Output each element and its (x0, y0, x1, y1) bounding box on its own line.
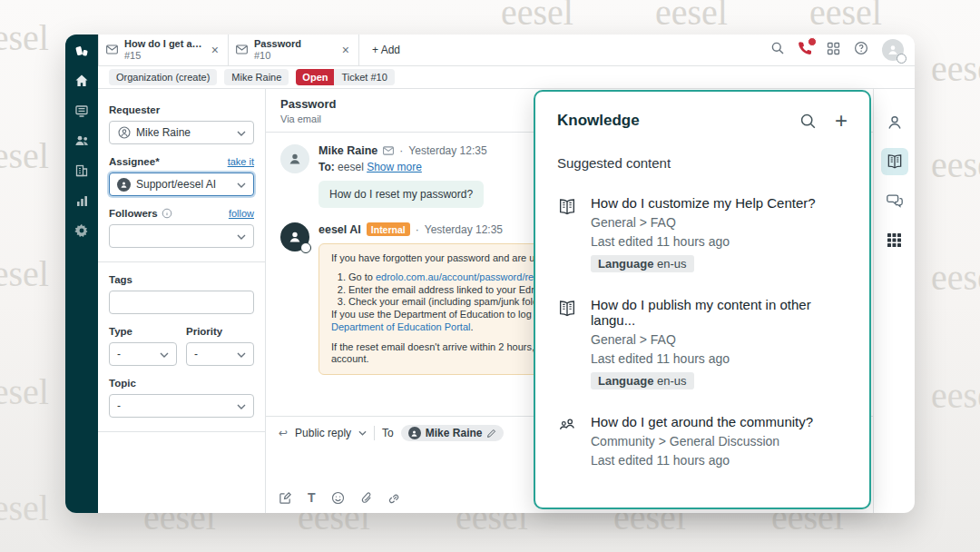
watermark: eesel (0, 370, 49, 413)
home-icon[interactable] (74, 73, 90, 89)
chevron-down-icon (237, 399, 246, 412)
article-edited: Last edited 11 hours ago (591, 234, 816, 249)
assignee-avatar (117, 178, 131, 192)
customers-icon[interactable] (74, 133, 90, 149)
ticket-tab-10[interactable]: Password #10 × (229, 34, 359, 65)
breadcrumb-organization[interactable]: Organization (create) (109, 69, 217, 85)
knowledge-item[interactable]: How do I customize my Help Center? Gener… (557, 195, 848, 272)
breadcrumb-requester[interactable]: Mike Raine (224, 69, 289, 85)
follow-link[interactable]: follow (229, 208, 254, 219)
requester-select[interactable]: Mike Raine (109, 121, 254, 144)
divider (98, 261, 265, 262)
dept-portal-link[interactable]: Department of Education Portal (331, 321, 470, 332)
person-icon (117, 126, 131, 140)
reset-url-link[interactable]: edrolo.com.au/account/password/reset/ (376, 271, 550, 282)
email-channel-icon (383, 146, 394, 155)
status-ring-icon (897, 54, 906, 64)
breadcrumb: Organization (create) Mike Raine Open Ti… (98, 65, 915, 89)
email-channel-icon (106, 42, 118, 58)
topic-value: - (117, 399, 121, 412)
language-badge: Language en-us (591, 372, 694, 389)
recipient-name: Mike Raine (426, 427, 483, 439)
apps-icon[interactable] (881, 226, 908, 253)
knowledge-add-icon[interactable]: + (835, 110, 848, 132)
article-title: How do I get around the community? (591, 414, 813, 429)
followers-select[interactable] (109, 224, 254, 248)
watermark: eesel (0, 134, 49, 177)
reply-arrow-icon: ↩ (279, 427, 288, 439)
assignee-label: Assignee* (109, 156, 160, 167)
link-icon[interactable] (388, 491, 402, 505)
views-icon[interactable] (74, 103, 90, 119)
knowledge-panel: Knowledge + Suggested content How do I c… (534, 90, 871, 509)
article-path: General > FAQ (591, 215, 816, 230)
assignee-select[interactable]: Support/eesel AI (109, 172, 254, 196)
tab-ticket-number: #15 (124, 50, 203, 62)
suggested-content-heading: Suggested content (557, 155, 848, 171)
assignee-value: Support/eesel AI (136, 178, 216, 191)
knowledge-item[interactable]: How do I publish my content in other lan… (557, 297, 848, 389)
apps-grid-icon[interactable] (827, 42, 840, 59)
close-tab-icon[interactable]: × (210, 43, 220, 57)
reporting-icon[interactable] (74, 192, 90, 209)
attachment-icon[interactable] (360, 491, 373, 505)
to-label: To (382, 427, 394, 439)
composer-toolbar: T (279, 490, 402, 505)
divider (98, 431, 265, 432)
chevron-down-icon (237, 126, 246, 139)
add-tab-button[interactable]: + Add (359, 34, 413, 65)
text-format-icon[interactable]: T (308, 490, 316, 505)
watermark: eesel (931, 256, 980, 299)
emoji-icon[interactable] (331, 491, 345, 505)
customer-avatar (280, 144, 309, 173)
message-author: Mike Raine (318, 144, 377, 157)
ticket-fields-panel: Requester Mike Raine Assignee* take it S… (98, 89, 266, 513)
article-book-icon (557, 195, 577, 272)
priority-value: - (194, 348, 198, 360)
conversations-icon[interactable] (881, 187, 908, 214)
topic-select[interactable]: - (109, 394, 254, 418)
phone-icon[interactable] (799, 41, 813, 59)
organizations-icon[interactable] (74, 163, 90, 179)
type-select[interactable]: - (109, 342, 177, 366)
show-more-link[interactable]: Show more (367, 161, 422, 173)
admin-gear-icon[interactable] (74, 222, 90, 239)
watermark: eesel (0, 16, 49, 59)
knowledge-book-icon[interactable] (881, 148, 908, 175)
tags-input[interactable] (109, 291, 254, 314)
ticket-tab-15[interactable]: How do I get a ref... #15 × (98, 34, 229, 65)
user-context-icon[interactable] (881, 109, 908, 136)
ticket-number: Ticket #10 (334, 69, 394, 85)
requester-label: Requester (109, 104, 160, 115)
take-it-link[interactable]: take it (228, 156, 254, 167)
article-path: Community > General Discussion (591, 434, 813, 448)
tags-label: Tags (109, 274, 132, 285)
help-icon[interactable] (854, 41, 868, 59)
search-icon[interactable] (770, 41, 785, 59)
topic-label: Topic (109, 378, 136, 389)
tab-ticket-number: #10 (254, 50, 334, 62)
priority-select[interactable]: - (186, 342, 254, 366)
app-window: How do I get a ref... #15 × Password #10… (65, 34, 915, 513)
compose-note-icon[interactable] (279, 491, 292, 505)
knowledge-panel-title: Knowledge (557, 112, 799, 130)
notification-dot (808, 37, 817, 46)
info-icon (162, 208, 172, 219)
requester-value: Mike Raine (136, 126, 191, 139)
customer-message-text: How do I reset my password? (318, 181, 484, 208)
chevron-down-icon (237, 348, 246, 360)
reply-type-selector[interactable]: Public reply (295, 427, 351, 439)
internal-badge: Internal (367, 222, 410, 236)
close-tab-icon[interactable]: × (340, 43, 351, 57)
edit-pencil-icon[interactable] (486, 429, 496, 439)
knowledge-item[interactable]: How do I get around the community? Commu… (557, 414, 848, 468)
message-author: eesel AI (318, 223, 361, 236)
knowledge-search-icon[interactable] (799, 113, 817, 130)
to-value: eesel (338, 161, 364, 173)
zendesk-logo-icon (74, 43, 90, 59)
dot-separator: · (399, 144, 403, 157)
user-avatar[interactable] (882, 39, 904, 61)
recipient-pill[interactable]: Mike Raine (401, 425, 505, 441)
tab-title: How do I get a ref... (124, 38, 203, 50)
language-badge: Language en-us (591, 255, 694, 272)
